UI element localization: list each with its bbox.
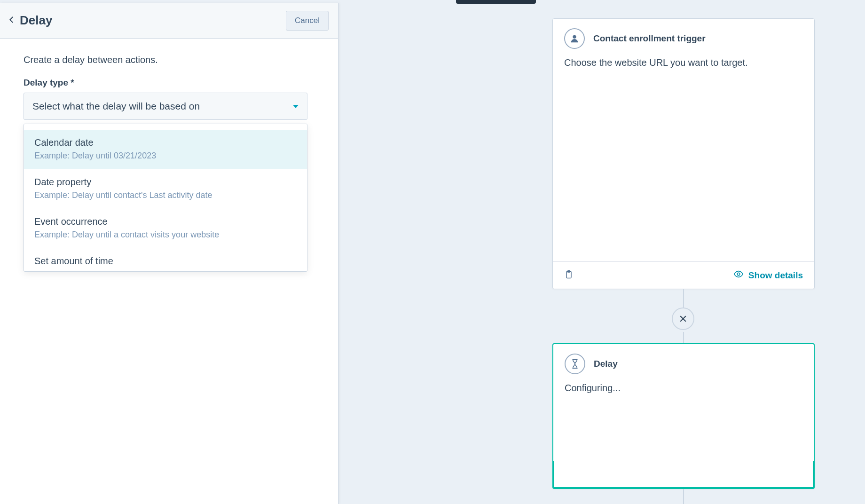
option-title: Event occurrence <box>34 216 297 227</box>
svg-point-3 <box>737 273 740 276</box>
option-calendar-date[interactable]: Calendar date Example: Delay until 03/21… <box>24 130 307 169</box>
card-title: Contact enrollment trigger <box>593 33 706 44</box>
card-footer-empty <box>553 461 814 488</box>
card-body-text: Configuring... <box>565 383 802 394</box>
card-header: Contact enrollment trigger <box>553 19 814 53</box>
select-placeholder: Select what the delay will be based on <box>32 101 200 112</box>
remove-node-button[interactable] <box>672 307 694 330</box>
show-details-label: Show details <box>748 270 803 281</box>
panel-body: Create a delay between actions. Delay ty… <box>0 39 338 288</box>
option-title: Date property <box>34 177 297 188</box>
card-body: Choose the website URL you want to targe… <box>553 53 814 261</box>
option-subtitle: Example: Delay until 03/21/2023 <box>34 151 297 161</box>
show-details-button[interactable]: Show details <box>733 269 803 282</box>
option-title: Calendar date <box>34 137 297 148</box>
option-event-occurrence[interactable]: Event occurrence Example: Delay until a … <box>24 209 307 248</box>
delay-type-select[interactable]: Select what the delay will be based on <box>24 93 307 120</box>
card-footer: Show details <box>553 261 814 289</box>
delay-type-dropdown: Calendar date Example: Delay until 03/21… <box>24 124 307 272</box>
hourglass-icon <box>565 354 585 374</box>
delay-card[interactable]: Delay Configuring... <box>552 343 815 489</box>
eye-icon <box>733 269 744 282</box>
card-title: Delay <box>594 359 618 369</box>
back-icon[interactable] <box>8 16 16 26</box>
panel-description: Create a delay between actions. <box>24 55 315 65</box>
workflow-canvas[interactable]: Contact enrollment trigger Choose the we… <box>338 3 865 504</box>
delay-config-panel: Delay Cancel Create a delay between acti… <box>0 3 338 504</box>
cancel-button[interactable]: Cancel <box>286 11 329 31</box>
card-body: Configuring... <box>553 378 814 461</box>
panel-header: Delay Cancel <box>0 3 338 39</box>
option-subtitle: Example: Delay until contact's Last acti… <box>34 190 297 200</box>
option-subtitle: Example: Delay until a contact visits yo… <box>34 230 297 240</box>
dropdown-spacer <box>24 124 307 130</box>
contact-icon <box>564 28 585 49</box>
connector-line <box>683 489 684 504</box>
card-header: Delay <box>553 344 814 378</box>
option-set-amount-of-time[interactable]: Set amount of time <box>24 248 307 271</box>
connector-line <box>683 332 684 344</box>
svg-point-0 <box>573 35 576 39</box>
card-body-text: Choose the website URL you want to targe… <box>564 57 803 68</box>
delay-type-label: Delay type * <box>24 78 315 88</box>
panel-title: Delay <box>20 13 52 28</box>
clipboard-icon[interactable] <box>564 269 574 282</box>
option-date-property[interactable]: Date property Example: Delay until conta… <box>24 169 307 209</box>
chevron-down-icon <box>293 105 299 108</box>
trigger-card[interactable]: Contact enrollment trigger Choose the we… <box>552 18 815 289</box>
option-title: Set amount of time <box>34 256 297 267</box>
